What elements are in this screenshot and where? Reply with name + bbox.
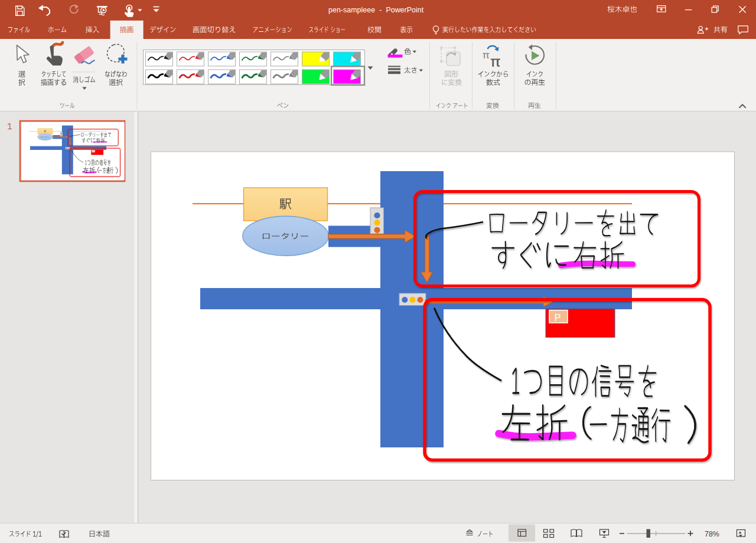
svg-text:pen-sampleee - PowerPoint: pen-sampleee - PowerPoint	[328, 6, 424, 14]
svg-text:78%: 78%	[705, 530, 719, 538]
